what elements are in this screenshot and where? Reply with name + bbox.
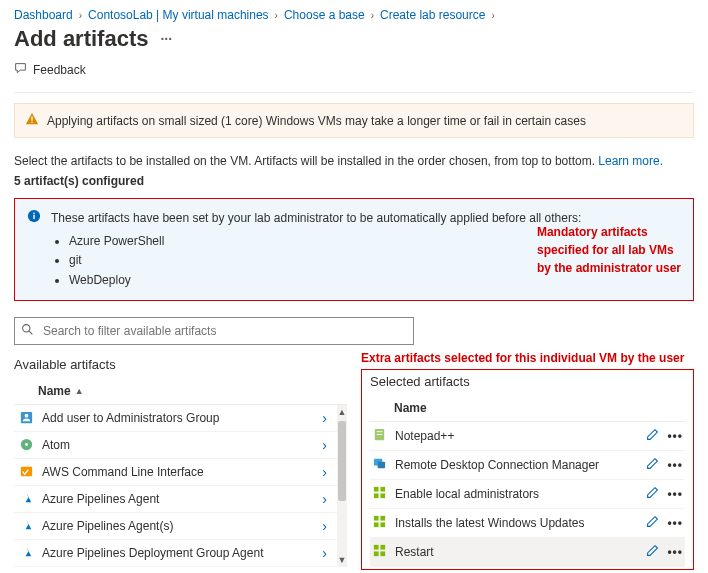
svg-rect-20 [380,493,385,498]
breadcrumb: Dashboard› ContosoLab | My virtual machi… [14,8,694,22]
user-icon [18,410,34,426]
available-row[interactable]: Azure Pipelines Agent(s)› [14,513,347,540]
selected-panel: Extra artifacts selected for this indivi… [361,351,694,570]
tiles-icon [372,485,387,503]
svg-rect-17 [374,487,379,492]
intro-text: Select the artifacts to be installed on … [14,152,694,170]
artifact-label: AWS Command Line Interface [42,465,314,479]
aws-icon [18,464,34,480]
crumb-lab[interactable]: ContosoLab | My virtual machines [88,8,269,22]
artifact-label: Azure Pipelines Agent(s) [42,519,314,533]
more-icon[interactable]: ••• [667,487,683,501]
callout-line: specified for all lab VMs [537,241,681,259]
available-row[interactable]: Atom› [14,432,347,459]
edit-icon[interactable] [646,428,659,444]
artifact-label: Remote Desktop Connection Manager [395,458,638,472]
selected-list: Notepad++•••Remote Desktop Connection Ma… [370,422,685,567]
svg-rect-25 [374,545,379,550]
callout-selected: Extra artifacts selected for this indivi… [361,351,694,365]
artifact-label: Atom [42,438,314,452]
selected-row[interactable]: Restart••• [370,538,685,567]
scroll-up-icon[interactable]: ▲ [338,407,347,417]
available-row[interactable]: Azure Pipelines Deployment Group Agent› [14,540,347,567]
available-header-name[interactable]: Name ▲ [14,378,347,405]
chevron-right-icon: › [275,10,278,21]
more-menu-icon[interactable]: ··· [160,31,172,47]
selected-row[interactable]: Notepad++••• [370,422,685,451]
tiles-icon [372,543,387,561]
chevron-right-icon: › [491,10,494,21]
sort-up-icon: ▲ [75,386,84,396]
chevron-right-icon: › [322,518,327,534]
warning-icon [25,112,39,129]
atom-icon [18,437,34,453]
intro-body: Select the artifacts to be installed on … [14,154,598,168]
divider [14,92,694,93]
chevron-right-icon: › [322,491,327,507]
col-name-label: Name [394,401,427,415]
crumb-dashboard[interactable]: Dashboard [14,8,73,22]
available-panel: Available artifacts Name ▲ Add user to A… [14,351,347,567]
available-list-wrap: Add user to Administrators Group›Atom›AW… [14,405,347,567]
more-icon[interactable]: ••• [667,458,683,472]
mandatory-artifacts-panel: These artifacts have been set by your la… [14,198,694,301]
rdp-icon [372,456,387,474]
more-icon[interactable]: ••• [667,516,683,530]
artifact-label: Azure Pipelines Deployment Group Agent [42,546,314,560]
artifact-label: Enable local administrators [395,487,638,501]
svg-point-8 [24,414,28,418]
available-title: Available artifacts [14,357,347,372]
feedback-label: Feedback [33,63,86,77]
chevron-right-icon: › [322,545,327,561]
svg-rect-16 [378,461,386,468]
svg-rect-23 [374,522,379,527]
col-name-label: Name [38,384,71,398]
more-icon[interactable]: ••• [667,429,683,443]
more-icon[interactable]: ••• [667,545,683,559]
svg-rect-3 [33,215,34,219]
scroll-thumb[interactable] [338,421,346,501]
selected-row[interactable]: Remote Desktop Connection Manager••• [370,451,685,480]
artifact-label: Restart [395,545,638,559]
learn-more-link[interactable]: Learn more. [598,154,663,168]
configured-count: 5 artifact(s) configured [14,174,694,188]
page-title-text: Add artifacts [14,26,148,52]
svg-rect-1 [31,122,32,123]
artifact-label: Notepad++ [395,429,638,443]
selected-box: Selected artifacts Name Notepad++•••Remo… [361,369,694,570]
svg-rect-18 [380,487,385,492]
svg-rect-26 [380,545,385,550]
azure-icon [18,491,34,507]
available-list: Add user to Administrators Group›Atom›AW… [14,405,347,567]
available-row[interactable]: AWS Command Line Interface› [14,459,347,486]
page-title: Add artifacts ··· [14,26,694,52]
selected-header-name[interactable]: Name [370,395,685,422]
edit-icon[interactable] [646,486,659,502]
warning-text: Applying artifacts on small sized (1 cor… [47,114,586,128]
search-input[interactable] [14,317,414,345]
svg-rect-0 [31,116,32,120]
available-row[interactable]: Add user to Administrators Group› [14,405,347,432]
svg-point-10 [25,443,28,446]
svg-line-6 [29,331,32,334]
selected-row[interactable]: Installs the latest Windows Updates••• [370,509,685,538]
notepad-icon [372,427,387,445]
edit-icon[interactable] [646,515,659,531]
svg-rect-28 [380,551,385,556]
selected-row[interactable]: Enable local administrators••• [370,480,685,509]
crumb-base[interactable]: Choose a base [284,8,365,22]
crumb-create[interactable]: Create lab resource [380,8,485,22]
warning-banner: Applying artifacts on small sized (1 cor… [14,103,694,138]
chevron-right-icon: › [79,10,82,21]
scrollbar[interactable]: ▲ ▼ [337,405,347,567]
search-wrap [14,317,414,345]
edit-icon[interactable] [646,544,659,560]
svg-rect-27 [374,551,379,556]
edit-icon[interactable] [646,457,659,473]
info-icon [27,209,41,290]
artifact-label: Add user to Administrators Group [42,411,314,425]
svg-rect-19 [374,493,379,498]
available-row[interactable]: Azure Pipelines Agent› [14,486,347,513]
scroll-down-icon[interactable]: ▼ [338,555,347,565]
feedback-button[interactable]: Feedback [14,62,86,78]
